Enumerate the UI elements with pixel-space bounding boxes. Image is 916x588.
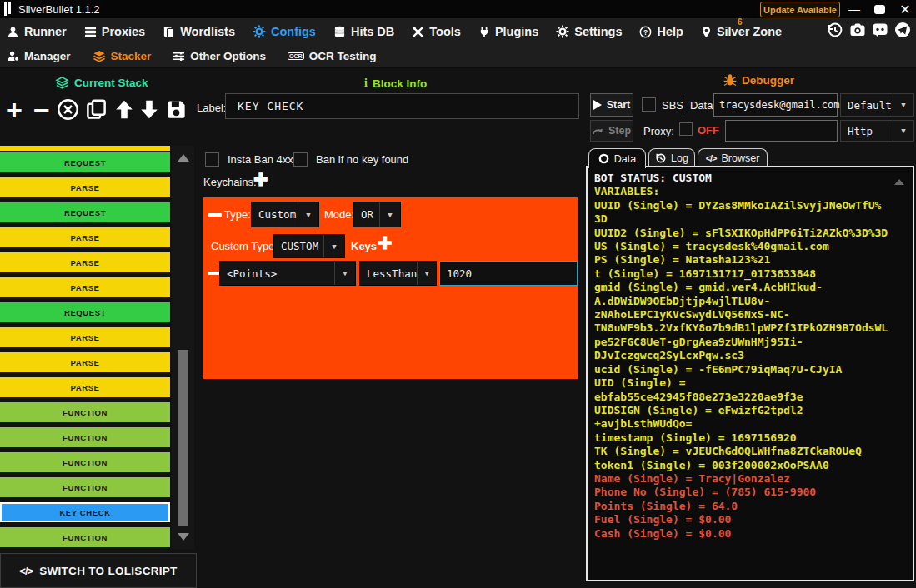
stack-block[interactable]: PARSE	[0, 377, 170, 397]
debug-output-line: TK (Single) = vJEUChGdOQLWHfna8ZTCkaROUe…	[594, 445, 906, 458]
scrollbar-thumb[interactable]	[178, 350, 188, 526]
stack-block[interactable]: PARSE	[0, 327, 170, 347]
add-key-button[interactable]: ✚	[378, 237, 393, 250]
chevron-down-icon: ▼	[893, 94, 913, 116]
stack-block[interactable]: PARSE	[0, 277, 170, 297]
nav-item-configs[interactable]: Configs	[253, 25, 316, 38]
proxy-input[interactable]	[725, 120, 838, 142]
move-block-up-button[interactable]	[113, 98, 135, 121]
subnav-item-ocr-testing[interactable]: OCR OCR Testing	[288, 50, 376, 62]
redo-icon	[593, 127, 603, 136]
subnav-item-stacker[interactable]: Stacker	[93, 50, 152, 62]
nav-item-settings[interactable]: Settings	[556, 25, 622, 38]
wordlist-type-dropdown[interactable]: Default ▼	[840, 93, 914, 117]
stack-block[interactable]: FUNCTION	[0, 402, 170, 422]
add-keychain-button[interactable]: ✚	[253, 173, 268, 187]
stack-scrollbar[interactable]	[172, 146, 194, 549]
debug-output-line: TN8uWF9b3.2VxfKY8o7b9dB1lpWPZf3IPkOZH9B7…	[594, 321, 906, 335]
remove-block-button[interactable]: −	[30, 96, 53, 124]
clear-stack-button[interactable]	[57, 98, 79, 121]
stack-block[interactable]: REQUEST	[0, 302, 170, 322]
stack-block[interactable]: PARSE	[0, 352, 170, 372]
nav-item-help[interactable]: ? Help	[639, 25, 683, 38]
plug-icon	[478, 26, 490, 38]
text-caret	[473, 267, 473, 279]
stack-block[interactable]: PARSE	[0, 227, 170, 247]
type-caption: Type:	[224, 208, 251, 221]
partial-block[interactable]	[0, 146, 170, 151]
wordlist-icon	[163, 26, 175, 38]
stack-block[interactable]: KEY CHECK	[0, 502, 170, 522]
debug-output-line: ucid (Single) = -fE6mPC79iqMaq7U-CJyIA	[594, 363, 906, 376]
stack-block[interactable]: REQUEST	[0, 152, 170, 172]
start-button[interactable]: Start	[590, 93, 633, 117]
stack-block[interactable]: PARSE	[0, 252, 170, 272]
layers-icon	[93, 50, 106, 62]
stack-block[interactable]: FUNCTION	[0, 427, 170, 447]
minimize-button[interactable]: —	[843, 0, 865, 18]
key-value-input[interactable]: 1020	[439, 261, 578, 286]
data-circle-icon	[598, 153, 609, 164]
key-field-dropdown[interactable]: <Points> ▼	[219, 261, 356, 286]
nav-item-tools[interactable]: Tools	[412, 25, 461, 38]
bug-icon	[723, 73, 737, 87]
nav-item-plugins[interactable]: Plugins	[478, 25, 538, 38]
key-condition-dropdown[interactable]: LessThan ▼	[359, 261, 437, 286]
data-caption: Data:	[690, 99, 716, 112]
nav-item-wordlists[interactable]: Wordlists	[163, 25, 235, 38]
scroll-up-arrow[interactable]	[178, 154, 189, 162]
output-scroll-up-icon[interactable]	[894, 179, 904, 185]
move-block-down-button[interactable]	[138, 98, 160, 121]
stack-block[interactable]: REQUEST	[0, 202, 170, 222]
label-input[interactable]: KEY CHECK	[225, 93, 579, 119]
nav-item-hits-db[interactable]: Hits DB	[333, 25, 394, 38]
keychain-panel: Type: Custom ▼ Mode: OR ▼ Custom Type: C…	[203, 197, 578, 379]
tools-icon	[412, 26, 424, 38]
proxy-status: OFF	[698, 124, 719, 137]
data-input[interactable]: tracysdesk@gmail.com	[713, 93, 838, 117]
add-block-button[interactable]: +	[2, 96, 27, 124]
debug-output-line: UIDSIGN (Single) = eFwizfG2tpdl2	[594, 404, 906, 417]
history-icon[interactable]	[827, 22, 843, 38]
silver-zone-badge: 6	[738, 17, 743, 27]
nav-item-runner[interactable]: Runner	[7, 25, 67, 38]
nav-item-silver-zone[interactable]: Silver Zone 6	[701, 25, 782, 38]
debugger-title: Debugger	[723, 73, 794, 87]
save-stack-button[interactable]	[165, 98, 188, 121]
close-button[interactable]: ✕	[894, 0, 916, 18]
telegram-icon[interactable]	[894, 22, 911, 38]
keychain-mode-dropdown[interactable]: OR ▼	[353, 202, 401, 227]
remove-keychain-button[interactable]	[208, 213, 222, 217]
proxy-caption: Proxy:	[643, 125, 674, 137]
stack-block[interactable]: FUNCTION	[0, 477, 170, 497]
proxy-checkbox[interactable]	[679, 122, 693, 136]
nav-item-proxies[interactable]: Proxies	[84, 25, 145, 38]
switch-to-loliscript-button[interactable]: </> SWITCH TO LOLISCRIPT	[0, 553, 197, 588]
subnav-item-manager[interactable]: Manager	[7, 50, 71, 62]
insta-ban-checkbox[interactable]	[205, 152, 219, 167]
step-button[interactable]: Step	[590, 120, 633, 142]
stack-block[interactable]: FUNCTION	[0, 527, 170, 547]
scroll-down-arrow[interactable]	[178, 533, 189, 541]
debug-output-line: VARIABLES:	[594, 185, 906, 198]
proxy-type-dropdown[interactable]: Http ▼	[840, 120, 914, 142]
server-stack-icon	[84, 26, 97, 38]
clone-block-button[interactable]	[85, 98, 108, 121]
stack-block[interactable]: FUNCTION	[0, 452, 170, 472]
screenshot-camera-icon[interactable]	[849, 22, 866, 38]
tab-browser[interactable]: </> Browser	[698, 148, 768, 167]
tab-log[interactable]: Log	[648, 148, 695, 167]
keychain-type-dropdown[interactable]: Custom ▼	[251, 202, 319, 227]
subnav-item-other-options[interactable]: Other Options	[173, 50, 266, 62]
tab-data[interactable]: Data	[588, 148, 646, 168]
custom-type-dropdown[interactable]: CUSTOM ▼	[273, 234, 345, 258]
debugger-output[interactable]: BOT STATUS: CUSTOM VARIABLES: UUID (Sing…	[586, 166, 914, 581]
debug-output-line: Name (Single) = Tracy|Gonzalez	[594, 472, 906, 486]
sbs-checkbox[interactable]	[642, 97, 656, 112]
update-available-button[interactable]: Update Available	[760, 2, 840, 17]
ban-no-key-checkbox[interactable]	[293, 152, 308, 167]
stack-block[interactable]: PARSE	[0, 177, 170, 197]
separator	[683, 94, 683, 114]
maximize-button[interactable]	[868, 0, 890, 18]
discord-icon[interactable]	[872, 22, 888, 38]
